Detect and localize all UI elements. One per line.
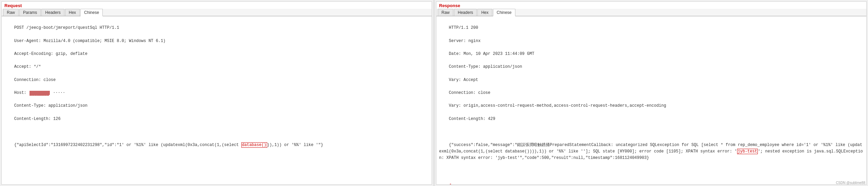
- request-tab-headers[interactable]: Headers: [41, 9, 64, 16]
- watermark-text: CSDN @sublime88: [836, 181, 865, 185]
- request-tab-raw[interactable]: Raw: [3, 9, 19, 16]
- response-line-4: Content-Type: application/json: [449, 64, 522, 69]
- request-line-2: User-Agent: Mozilla/4.0 (compatible; MSI…: [14, 39, 165, 43]
- request-host-value: ████████: [29, 91, 50, 95]
- panel-divider: [433, 0, 435, 186]
- response-dot: •: [449, 182, 452, 184]
- request-tab-chinese[interactable]: Chinese: [80, 9, 103, 16]
- response-line-8: Content-Length: 429: [449, 117, 495, 121]
- request-body-suffix: )),1)) or '%%' like '"}: [267, 143, 323, 147]
- request-line-1: POST /jeecg-boot/jmreport/questSql HTTP/…: [14, 25, 119, 30]
- request-line-3: Accept-Encoding: gzip, deflate: [14, 51, 87, 56]
- request-body-prefix: {"apiSelectId":"1316997232402231298","id…: [14, 143, 241, 147]
- request-tab-bar: Raw Params Headers Hex Chinese: [2, 9, 432, 16]
- response-tab-hex[interactable]: Hex: [477, 9, 492, 16]
- response-line-1: HTTP/1.1 200: [449, 25, 478, 30]
- request-line-4: Accept: */*: [14, 64, 41, 69]
- request-tab-hex[interactable]: Hex: [65, 9, 80, 16]
- response-line-5: Vary: Accept: [449, 78, 478, 82]
- response-tab-headers[interactable]: Headers: [454, 9, 477, 16]
- response-tab-raw[interactable]: Raw: [438, 9, 453, 16]
- request-host-dots: ·····: [53, 90, 65, 95]
- response-content: HTTP/1.1 200 Server: nginx Date: Mon, 10…: [436, 16, 866, 184]
- response-line-3: Date: Mon, 10 Apr 2023 11:44:09 GMT: [449, 51, 534, 56]
- response-title: Response: [436, 2, 866, 9]
- request-body-highlight: database(): [241, 142, 267, 148]
- response-body-highlight: jyb-test: [737, 149, 758, 154]
- request-panel: Request Raw Params Headers Hex Chinese P…: [1, 1, 432, 185]
- request-line-7: Content-Type: application/json: [14, 103, 87, 108]
- response-line-6: Connection: close: [449, 90, 490, 95]
- request-tab-params[interactable]: Params: [19, 9, 41, 16]
- request-title: Request: [2, 2, 432, 9]
- response-tab-chinese[interactable]: Chinese: [493, 9, 515, 16]
- request-line-5: Connection: close: [14, 78, 56, 82]
- response-line-2: Server: nginx: [449, 39, 481, 43]
- request-host-label: Host:: [14, 90, 29, 95]
- request-line-8: Content-Length: 126: [14, 117, 61, 121]
- response-tab-bar: Raw Headers Hex Chinese: [436, 9, 866, 16]
- request-content: POST /jeecg-boot/jmreport/questSql HTTP/…: [2, 16, 432, 184]
- response-panel: Response Raw Headers Hex Chinese HTTP/1.…: [436, 1, 867, 185]
- response-line-7: Vary: origin,access-control-request-meth…: [449, 103, 666, 108]
